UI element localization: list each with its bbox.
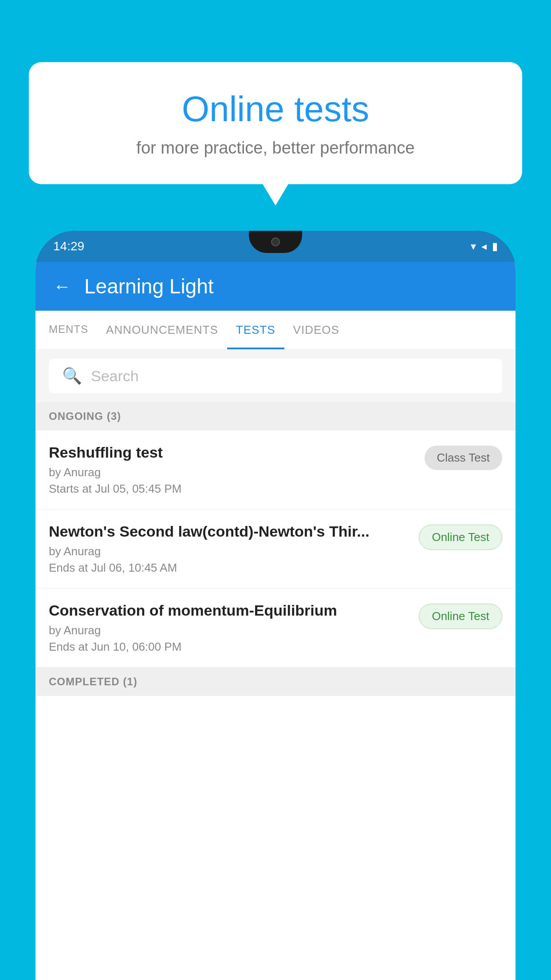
- test-badge-class: Class Test: [425, 446, 502, 470]
- speech-bubble: Online tests for more practice, better p…: [29, 62, 522, 184]
- test-name: Reshuffling test: [49, 444, 425, 461]
- search-placeholder: Search: [91, 368, 139, 385]
- app-header: ← Learning Light: [35, 262, 516, 311]
- test-badge-online: Online Test: [419, 525, 502, 550]
- back-button[interactable]: ←: [53, 277, 71, 296]
- test-time: Ends at Jul 06, 10:45 AM: [49, 561, 419, 575]
- tab-announcements[interactable]: ANNOUNCEMENTS: [97, 311, 227, 349]
- signal-icon: ◂: [481, 240, 487, 253]
- bubble-title: Online tests: [64, 89, 487, 130]
- phone-frame: 14:29 ▾ ◂ ▮ ← Learning Light MENTS ANNOU…: [35, 231, 516, 980]
- test-author: by Anurag: [49, 545, 419, 558]
- tab-ments[interactable]: MENTS: [40, 311, 97, 349]
- test-item[interactable]: Conservation of momentum-Equilibrium by …: [35, 589, 516, 668]
- test-time: Ends at Jun 10, 06:00 PM: [49, 640, 419, 654]
- status-time: 14:29: [53, 239, 84, 253]
- tab-tests[interactable]: TESTS: [227, 311, 284, 349]
- test-author: by Anurag: [49, 466, 425, 479]
- app-screen: ← Learning Light MENTS ANNOUNCEMENTS TES…: [35, 262, 516, 980]
- status-icons: ▾ ◂ ▮: [471, 240, 498, 253]
- status-bar: 14:29 ▾ ◂ ▮: [35, 231, 516, 262]
- tab-bar: MENTS ANNOUNCEMENTS TESTS VIDEOS: [35, 311, 516, 350]
- promo-section: Online tests for more practice, better p…: [29, 62, 522, 184]
- phone-notch: [249, 231, 302, 253]
- camera: [271, 237, 280, 246]
- test-info: Conservation of momentum-Equilibrium by …: [49, 602, 419, 654]
- test-name: Newton's Second law(contd)-Newton's Thir…: [49, 523, 419, 540]
- search-container: 🔍 Search: [35, 350, 516, 402]
- search-box[interactable]: 🔍 Search: [49, 359, 502, 393]
- test-time: Starts at Jul 05, 05:45 PM: [49, 482, 425, 496]
- test-author: by Anurag: [49, 624, 419, 637]
- tab-videos[interactable]: VIDEOS: [284, 311, 348, 349]
- test-item[interactable]: Newton's Second law(contd)-Newton's Thir…: [35, 510, 516, 589]
- search-icon: 🔍: [62, 367, 82, 385]
- test-badge-online: Online Test: [419, 604, 502, 629]
- test-item[interactable]: Reshuffling test by Anurag Starts at Jul…: [35, 431, 516, 510]
- ongoing-label: ONGOING (3): [49, 410, 121, 422]
- completed-label: COMPLETED (1): [49, 676, 138, 688]
- test-name: Conservation of momentum-Equilibrium: [49, 602, 419, 619]
- ongoing-section-header: ONGOING (3): [35, 402, 516, 431]
- wifi-icon: ▾: [471, 240, 476, 253]
- test-info: Newton's Second law(contd)-Newton's Thir…: [49, 523, 419, 575]
- test-info: Reshuffling test by Anurag Starts at Jul…: [49, 444, 425, 496]
- battery-icon: ▮: [492, 240, 498, 253]
- bubble-subtitle: for more practice, better performance: [64, 138, 487, 158]
- completed-section-header: COMPLETED (1): [35, 668, 516, 696]
- app-title: Learning Light: [84, 274, 214, 298]
